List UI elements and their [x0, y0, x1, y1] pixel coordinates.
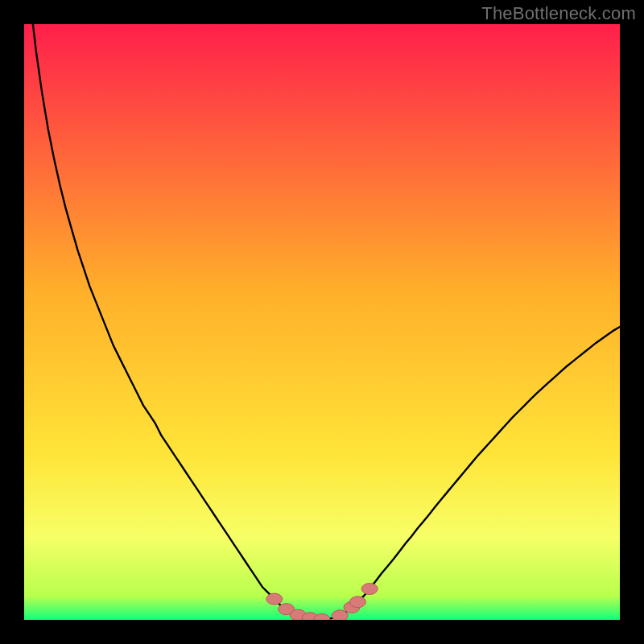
data-marker — [266, 593, 283, 605]
chart-frame: TheBottleneck.com — [0, 0, 644, 644]
data-marker — [361, 584, 378, 595]
plot-area — [24, 24, 620, 620]
gradient-bg — [24, 24, 620, 620]
watermark-text: TheBottleneck.com — [481, 3, 636, 24]
data-marker — [349, 597, 365, 608]
chart-svg — [24, 24, 620, 620]
data-marker — [332, 610, 348, 620]
